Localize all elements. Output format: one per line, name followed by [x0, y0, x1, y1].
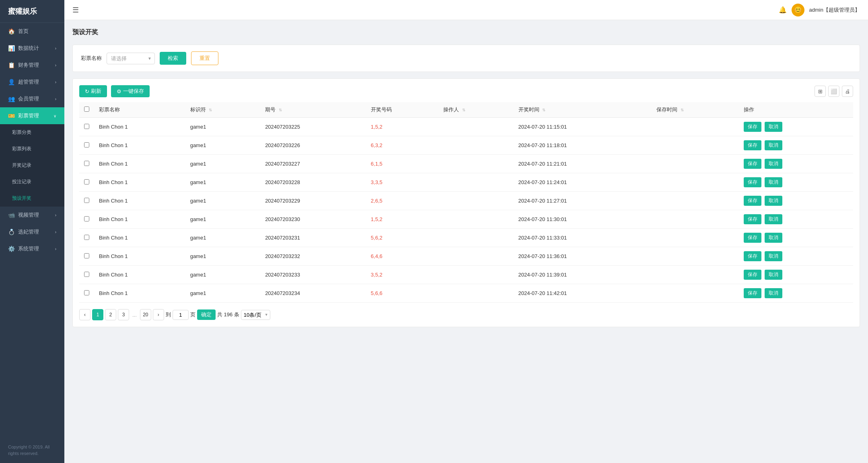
row-cancel-button[interactable]: 取消 [765, 251, 782, 261]
table-toolbar: ↻ 刷新 ⚙ 一键保存 ⊞ ⬜ 🖨 [79, 85, 853, 97]
row-save-time [652, 247, 739, 266]
row-save-button[interactable]: 保存 [744, 270, 761, 280]
table-row: Binh Chon 1 game1 202407203230 1,5,2 202… [79, 210, 853, 229]
sidebar-item-label: 彩票管理 [18, 112, 39, 119]
row-checkbox-cell [79, 136, 94, 155]
row-checkbox[interactable] [84, 235, 89, 240]
row-checkbox[interactable] [84, 124, 89, 129]
sidebar-item-finance[interactable]: 📋 财务管理 › [0, 57, 64, 74]
row-save-button[interactable]: 保存 [744, 122, 761, 132]
page-20-button[interactable]: 20 [140, 309, 151, 320]
row-save-button[interactable]: 保存 [744, 159, 761, 169]
row-checkbox-cell [79, 210, 94, 229]
row-checkbox-cell [79, 284, 94, 303]
row-cancel-button[interactable]: 取消 [765, 122, 782, 132]
row-checkbox-cell [79, 173, 94, 192]
col-tag: 标识符 ⇅ [185, 102, 260, 118]
lottery-name-select[interactable]: 请选择 [107, 53, 155, 64]
row-checkbox[interactable] [84, 161, 89, 166]
row-name: Binh Chon 1 [94, 210, 185, 229]
row-checkbox[interactable] [84, 290, 89, 295]
page-ellipsis: ... [131, 312, 138, 318]
row-save-button[interactable]: 保存 [744, 233, 761, 243]
sidebar-item-system[interactable]: ⚙️ 系统管理 › [0, 240, 64, 257]
page-2-button[interactable]: 2 [105, 309, 116, 320]
row-checkbox[interactable] [84, 198, 89, 203]
row-draw-time: 2024-07-20 11:27:01 [514, 192, 652, 210]
goto-input[interactable] [173, 310, 189, 320]
bell-icon[interactable]: 🔔 [779, 6, 787, 14]
row-save-button[interactable]: 保存 [744, 140, 761, 150]
row-cancel-button[interactable]: 取消 [765, 288, 782, 298]
sidebar-item-draw-record[interactable]: 开奖记录 [0, 157, 64, 174]
row-draw-time: 2024-07-20 11:39:01 [514, 266, 652, 284]
row-numbers: 5,6,2 [366, 229, 438, 247]
row-save-button[interactable]: 保存 [744, 196, 761, 206]
search-button[interactable]: 检索 [160, 52, 186, 65]
sidebar-item-agent[interactable]: 💍 选妃管理 › [0, 223, 64, 240]
row-checkbox[interactable] [84, 142, 89, 148]
sidebar-item-data-stats[interactable]: 📊 数据统计 › [0, 40, 64, 57]
row-save-button[interactable]: 保存 [744, 251, 761, 261]
row-save-time [652, 173, 739, 192]
row-cancel-button[interactable]: 取消 [765, 233, 782, 243]
row-draw-time: 2024-07-20 11:21:01 [514, 155, 652, 173]
hamburger-icon[interactable]: ☰ [72, 6, 79, 14]
row-cancel-button[interactable]: 取消 [765, 140, 782, 150]
save-all-button[interactable]: ⚙ 一键保存 [111, 85, 150, 97]
row-checkbox[interactable] [84, 272, 89, 277]
row-checkbox[interactable] [84, 253, 89, 258]
sidebar-item-label: 会员管理 [18, 95, 39, 102]
sidebar-item-lottery-list[interactable]: 彩票列表 [0, 141, 64, 157]
sidebar-item-lottery[interactable]: 🎫 彩票管理 ∨ [0, 107, 64, 124]
prev-page-button[interactable]: ‹ [79, 309, 91, 320]
sidebar-item-lottery-category[interactable]: 彩票分类 [0, 124, 64, 141]
select-all-checkbox[interactable] [84, 107, 89, 112]
row-cancel-button[interactable]: 取消 [765, 214, 782, 224]
column-settings-icon[interactable]: ⊞ [815, 86, 826, 97]
row-draw-time: 2024-07-20 11:42:01 [514, 284, 652, 303]
row-save-button[interactable]: 保存 [744, 214, 761, 224]
sidebar-item-bet-record[interactable]: 投注记录 [0, 174, 64, 190]
page-size-select[interactable]: 10条/页 20条/页 50条/页 [241, 310, 270, 320]
col-name: 彩票名称 [94, 102, 185, 118]
page-3-button[interactable]: 3 [118, 309, 129, 320]
sidebar-item-video[interactable]: 📹 视频管理 › [0, 207, 64, 223]
sidebar-item-super-admin[interactable]: 👤 超管管理 › [0, 74, 64, 90]
chevron-right-icon: › [55, 247, 56, 251]
row-tag: game1 [185, 229, 260, 247]
row-checkbox[interactable] [84, 216, 89, 221]
row-period: 202407203230 [260, 210, 366, 229]
print-icon[interactable]: 🖨 [842, 86, 853, 97]
lottery-name-select-wrapper: 请选择 [107, 53, 155, 64]
avatar: 😊 [792, 4, 804, 16]
next-page-button[interactable]: › [153, 309, 164, 320]
row-actions: 保存 取消 [739, 173, 853, 192]
row-period: 202407203228 [260, 173, 366, 192]
row-checkbox[interactable] [84, 179, 89, 184]
row-cancel-button[interactable]: 取消 [765, 270, 782, 280]
col-draw-time: 开奖时间 ⇅ [514, 102, 652, 118]
row-name: Binh Chon 1 [94, 118, 185, 136]
row-save-button[interactable]: 保存 [744, 288, 761, 298]
finance-icon: 📋 [8, 62, 15, 68]
sidebar-item-member[interactable]: 👥 会员管理 › [0, 90, 64, 107]
row-tag: game1 [185, 136, 260, 155]
fullscreen-icon[interactable]: ⬜ [828, 86, 839, 97]
table-body: Binh Chon 1 game1 202407203225 1,5,2 202… [79, 118, 853, 303]
sidebar-item-home[interactable]: 🏠 首页 [0, 23, 64, 40]
goto-confirm-button[interactable]: 确定 [197, 309, 216, 320]
reset-button[interactable]: 重置 [191, 51, 218, 65]
chevron-right-icon: › [55, 46, 56, 51]
sort-icon: ⇅ [681, 108, 684, 112]
row-cancel-button[interactable]: 取消 [765, 177, 782, 187]
header-right: 🔔 😊 admin【超级管理员】 [779, 4, 860, 16]
row-save-button[interactable]: 保存 [744, 177, 761, 187]
page-1-button[interactable]: 1 [92, 309, 103, 320]
row-cancel-button[interactable]: 取消 [765, 196, 782, 206]
user-icon: 👤 [8, 79, 15, 85]
table-toolbar-left: ↻ 刷新 ⚙ 一键保存 [79, 85, 150, 97]
refresh-button[interactable]: ↻ 刷新 [79, 85, 107, 97]
sidebar-item-preset-draw[interactable]: 预设开奖 [0, 190, 64, 207]
row-cancel-button[interactable]: 取消 [765, 159, 782, 169]
